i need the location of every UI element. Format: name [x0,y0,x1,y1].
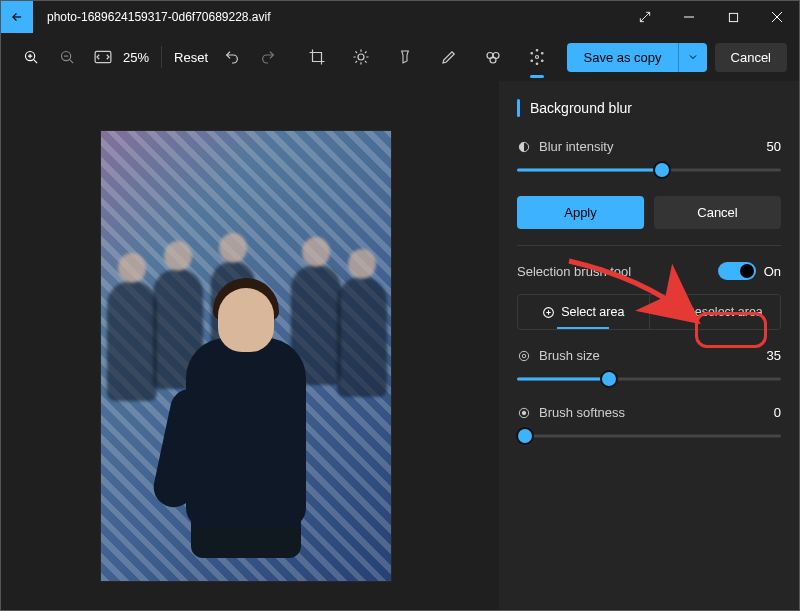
toolbar: 25% Reset [1,33,799,81]
svg-point-7 [490,57,496,63]
blur-intensity-label: Blur intensity [539,139,613,154]
svg-point-12 [541,60,543,62]
foreground-subject [156,248,336,548]
redo-icon[interactable] [251,40,285,74]
brush-size-icon [517,349,531,363]
zoom-group: 25% Reset [13,40,286,74]
brush-softness-row: Brush softness 0 [517,405,781,420]
erase-icon[interactable] [476,40,510,74]
edit-tools [286,40,567,74]
crop-icon[interactable] [300,40,334,74]
save-dropdown-button[interactable] [678,43,707,72]
background-blur-icon[interactable] [520,40,554,74]
side-panel: Background blur Blur intensity 50 Apply … [499,81,799,610]
svg-point-14 [536,63,538,65]
reset-button[interactable]: Reset [168,50,214,65]
zoom-percent[interactable]: 25% [121,50,155,65]
svg-rect-0 [729,13,737,21]
titlebar: photo-1689624159317-0d6f70689228.avif [1,1,799,33]
fit-screen-icon[interactable] [86,40,120,74]
svg-point-8 [535,56,538,59]
image-preview[interactable] [101,131,391,581]
back-button[interactable] [1,1,33,33]
brush-tool-row: Selection brush tool On [517,262,781,280]
brush-softness-label: Brush softness [539,405,625,420]
panel-title: Background blur [517,99,781,117]
save-as-copy-button[interactable]: Save as copy [567,43,677,72]
toolbar-cancel-button[interactable]: Cancel [715,43,787,72]
deselect-area-option[interactable]: Deselect area [649,295,781,329]
content-area: Background blur Blur intensity 50 Apply … [1,81,799,610]
select-area-label: Select area [561,305,624,319]
svg-point-18 [519,351,528,360]
blur-icon [517,140,531,154]
apply-button[interactable]: Apply [517,196,644,229]
blur-intensity-row: Blur intensity 50 [517,139,781,154]
svg-point-9 [531,53,533,55]
brush-size-value: 35 [767,348,781,363]
zoom-in-icon[interactable] [14,40,48,74]
divider [517,245,781,246]
svg-point-21 [522,411,526,415]
deselect-area-label: Deselect area [686,305,763,319]
brush-softness-slider[interactable] [517,426,781,446]
brush-size-slider[interactable] [517,369,781,389]
svg-point-19 [522,354,526,358]
close-button[interactable] [755,1,799,33]
brush-tool-toggle[interactable] [718,262,756,280]
svg-point-10 [541,53,543,55]
area-mode-segmented: Select area Deselect area [517,294,781,330]
blur-intensity-slider[interactable] [517,160,781,180]
select-area-option[interactable]: Select area [518,295,649,329]
filter-icon[interactable] [388,40,422,74]
save-split-button: Save as copy [567,43,706,72]
window-title: photo-1689624159317-0d6f70689228.avif [33,1,285,33]
adjust-icon[interactable] [344,40,378,74]
brush-softness-value: 0 [774,405,781,420]
apply-cancel-row: Apply Cancel [517,196,781,229]
markup-icon[interactable] [432,40,466,74]
zoom-out-icon[interactable] [50,40,84,74]
svg-point-13 [536,50,538,52]
brush-tool-label: Selection brush tool [517,264,631,279]
undo-icon[interactable] [215,40,249,74]
expand-icon[interactable] [623,1,667,33]
minimize-button[interactable] [667,1,711,33]
brush-size-row: Brush size 35 [517,348,781,363]
canvas-area[interactable] [1,81,499,610]
maximize-button[interactable] [711,1,755,33]
blur-intensity-value: 50 [767,139,781,154]
brush-size-label: Brush size [539,348,600,363]
app-window: photo-1689624159317-0d6f70689228.avif [0,0,800,611]
brush-softness-icon [517,406,531,420]
brush-tool-state: On [764,264,781,279]
svg-point-4 [358,54,364,60]
svg-point-11 [531,60,533,62]
divider [161,46,162,68]
panel-cancel-button[interactable]: Cancel [654,196,781,229]
